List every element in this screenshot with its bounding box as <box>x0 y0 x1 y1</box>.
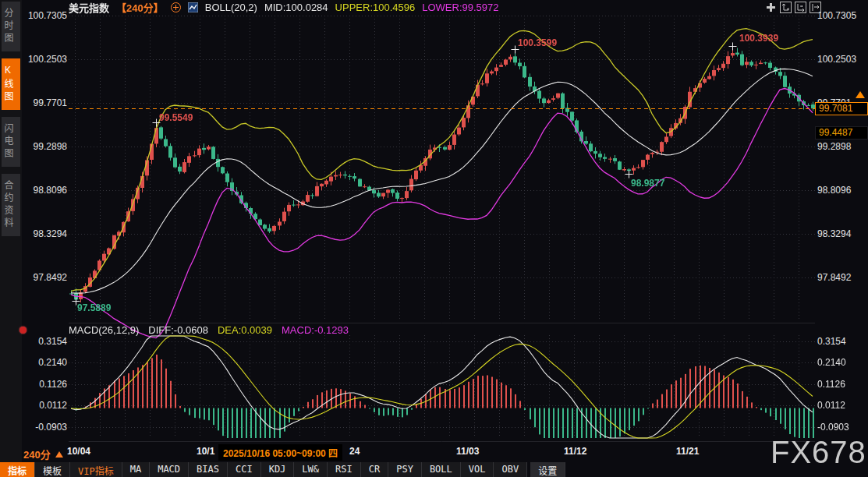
indicator-dot-icon[interactable] <box>19 327 27 334</box>
interval-text: 240分 <box>23 447 51 461</box>
toolbar-bias[interactable]: BIAS <box>189 462 228 477</box>
chart-type-sidebar: 分时图 K线图 闪电图 合约资料 <box>0 0 22 462</box>
toolbar-vol[interactable]: VOL <box>461 462 494 477</box>
crosshair-icon[interactable] <box>765 2 777 13</box>
macd-axis-label: 0.3154 <box>23 336 67 347</box>
boll-lower-value: LOWER:99.5972 <box>422 2 498 13</box>
date-tick: 11/03 <box>456 446 479 457</box>
swing-high-label: 100.3939 <box>739 33 778 44</box>
date-tick: 11/12 <box>564 446 586 457</box>
last-price-box: 99.7081 <box>815 102 868 115</box>
macd-diff-value: DIFF:-0.0608 <box>148 324 208 336</box>
date-tick: 10/04 <box>67 446 90 457</box>
secondary-price-box: 99.4487 <box>815 126 868 140</box>
macd-axis-label-right: 0.3154 <box>817 336 866 347</box>
toolbar-cr[interactable]: CR <box>361 462 388 477</box>
chevron-up-icon <box>55 451 63 458</box>
macd-hist-value: MACD:-0.1293 <box>282 324 349 336</box>
macd-axis-label: -0.0903 <box>23 422 67 433</box>
chart-header: 美元指数 【240分】 BOLL(20,2) MID:100.0284 UPPE… <box>69 1 499 14</box>
chart-tools <box>765 2 821 13</box>
date-tick: 24 <box>349 446 360 457</box>
price-axis-label-right: 97.8492 <box>817 272 866 283</box>
x-axis-zoom-icon[interactable] <box>795 2 806 13</box>
interval-selector[interactable]: 240分 <box>23 447 63 461</box>
y-axis-zoom-icon[interactable] <box>780 2 792 13</box>
toolbar-vip-indicators[interactable]: VIP指标 <box>70 462 122 477</box>
macd-dea-value: DEA:0.0039 <box>218 324 272 336</box>
macd-header: MACD(26,12,9) DIFF:-0.0608 DEA:0.0039 MA… <box>69 324 349 336</box>
interval-label[interactable]: 【240分】 <box>116 0 164 15</box>
toolbar-macd[interactable]: MACD <box>150 462 189 477</box>
boll-params: BOLL(20,2) <box>205 2 257 13</box>
swing-low-label: 98.9877 <box>631 178 664 189</box>
boll-mid-value: MID:100.0284 <box>264 2 328 13</box>
sidebar-tab-kline[interactable]: K线图 <box>2 58 20 110</box>
swing-high-label: 100.3599 <box>518 37 557 48</box>
date-tick: 10/1 <box>197 446 214 457</box>
price-axis-label: 100.7305 <box>23 10 67 21</box>
macd-axis-label: 0.0112 <box>23 400 67 411</box>
price-axis-label-right: 99.2898 <box>817 141 866 152</box>
macd-params: MACD(26,12,9) <box>69 324 139 336</box>
toolbar-ma[interactable]: MA <box>122 462 150 477</box>
scroll-to-latest-icon[interactable] <box>856 91 865 98</box>
symbol-name: 美元指数 <box>69 0 109 15</box>
price-axis-label-right: 98.3294 <box>817 228 866 239</box>
toolbar-cci[interactable]: CCI <box>228 462 261 477</box>
toolbar-psy[interactable]: PSY <box>388 462 422 477</box>
toolbar-boll[interactable]: BOLL <box>422 462 461 477</box>
toolbar-lwr[interactable]: LW& <box>294 462 328 477</box>
swing-low-label: 97.5889 <box>77 302 111 313</box>
sidebar-tab-contract-info[interactable]: 合约资料 <box>2 174 20 236</box>
pan-to-latest-icon[interactable] <box>810 2 821 13</box>
macd-axis-label: 0.2140 <box>23 357 67 368</box>
macd-axis-label-right: 0.0112 <box>817 400 866 411</box>
price-chart-canvas[interactable] <box>69 0 815 443</box>
price-axis-label-right: 100.7305 <box>817 10 866 21</box>
price-axis-label: 100.2503 <box>23 54 67 65</box>
toolbar-templates[interactable]: 模板 <box>35 462 70 477</box>
brand-watermark: FX678 <box>771 435 866 470</box>
swing-high-label: 99.5549 <box>159 112 193 123</box>
toolbar-settings[interactable]: 设置 <box>530 462 565 477</box>
indicator-toolbar: 指标 模板 VIP指标 MA MACD BIAS CCI KDJ LW& RSI… <box>0 462 565 477</box>
sidebar-tab-timeshare[interactable]: 分时图 <box>2 2 20 51</box>
macd-axis-label-right: 0.2140 <box>817 357 866 368</box>
macd-axis-label-right: 0.1126 <box>817 379 866 390</box>
macd-axis-label-right: -0.0903 <box>817 422 866 433</box>
toolbar-obv[interactable]: OBV <box>494 462 527 477</box>
price-axis-label-right: 98.8096 <box>817 185 866 196</box>
boll-upper-value: UPPER:100.4596 <box>335 2 416 13</box>
macd-axis-label: 0.1126 <box>23 379 67 390</box>
add-indicator-icon[interactable] <box>171 2 181 12</box>
price-axis-label: 98.8096 <box>23 185 67 196</box>
price-axis-label: 99.2898 <box>23 141 67 152</box>
toolbar-indicators[interactable]: 指标 <box>0 462 35 477</box>
toolbar-kdj[interactable]: KDJ <box>261 462 295 477</box>
toolbar-rsi[interactable]: RSI <box>328 462 361 477</box>
price-axis-label: 99.7701 <box>23 97 67 108</box>
sidebar-tab-lightning[interactable]: 闪电图 <box>2 117 20 167</box>
date-tick: 11/21 <box>676 446 699 457</box>
bar-time-tooltip: 2025/10/16 05:00~09:00 四 <box>218 444 342 461</box>
mini-chart-icon <box>188 2 198 12</box>
price-axis-label: 98.3294 <box>23 228 67 239</box>
price-axis-label-right: 100.2503 <box>817 54 866 65</box>
price-axis-label: 97.8492 <box>23 272 67 283</box>
